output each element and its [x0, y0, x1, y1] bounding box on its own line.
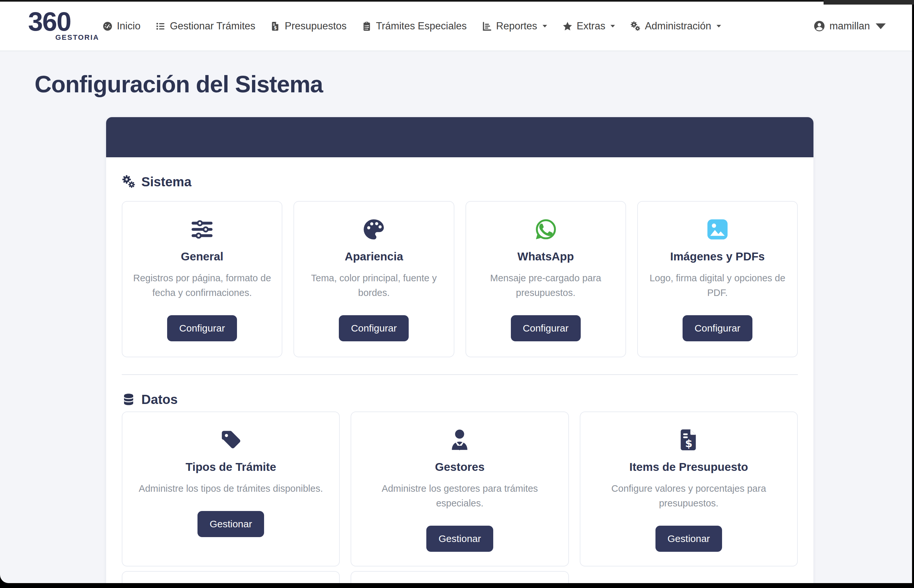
- file-invoice-dollar-icon: $: [677, 428, 701, 452]
- user-name-label: mamillan: [830, 20, 870, 32]
- brand-logo-text: 360: [28, 10, 99, 32]
- nav-item-label: Trámites Especiales: [376, 20, 467, 32]
- nav-item-reportes[interactable]: Reportes: [482, 20, 547, 32]
- card-title: Imágenes y PDFs: [670, 250, 765, 263]
- nav-item-gestionar-tramites[interactable]: Gestionar Trámites: [155, 20, 255, 32]
- palette-icon: [362, 217, 386, 241]
- card-partial: [122, 571, 340, 583]
- gestionar-button[interactable]: Gestionar: [426, 526, 493, 552]
- nav-item-presupuestos[interactable]: $Presupuestos: [270, 20, 347, 32]
- configurar-button[interactable]: Configurar: [511, 315, 581, 341]
- svg-text:$: $: [274, 25, 277, 30]
- star-icon: [563, 21, 573, 31]
- caret-down-icon: [610, 24, 615, 28]
- image-icon: [705, 217, 730, 241]
- nav-item-label: Gestionar Trámites: [170, 20, 255, 32]
- config-panel: SistemaGeneralRegistros por página, form…: [106, 117, 814, 583]
- card-grid-datos: Tipos de TrámiteAdministre los tipos de …: [122, 412, 798, 567]
- nav-item-tramites-especiales[interactable]: Trámites Especiales: [362, 20, 467, 32]
- card-grid-sistema: GeneralRegistros por página, formato de …: [122, 201, 798, 357]
- card-description: Tema, color principal, fuente y bordes.: [303, 271, 445, 300]
- card-title: Tipos de Trámite: [185, 460, 276, 473]
- brand-logo[interactable]: 360 GESTORIA: [28, 10, 99, 42]
- main-nav: InicioGestionar Trámites$PresupuestosTrá…: [102, 20, 721, 32]
- configurar-button[interactable]: Configurar: [167, 315, 237, 341]
- nav-item-inicio[interactable]: Inicio: [102, 20, 140, 32]
- card-gestores: GestoresAdministre los gestores para trá…: [351, 412, 569, 567]
- gears-icon: [122, 175, 136, 189]
- nav-item-label: Administración: [645, 20, 711, 32]
- top-edge-bar: [0, 0, 914, 2]
- card-title: Items de Presupuesto: [629, 460, 748, 473]
- card-description: Logo, firma digital y opciones de PDF.: [646, 271, 789, 300]
- section-title-sistema: Sistema: [122, 174, 798, 189]
- section-divider: [122, 374, 798, 375]
- section-title-text: Sistema: [141, 174, 191, 189]
- whatsapp-icon: [534, 217, 558, 241]
- card-partial: [351, 571, 569, 583]
- list-icon: [155, 21, 165, 31]
- user-menu-button[interactable]: mamillan: [814, 20, 886, 32]
- gauge-icon: [102, 21, 113, 31]
- gestionar-button[interactable]: Gestionar: [197, 511, 264, 537]
- card-whatsapp: WhatsAppMensaje pre-cargado para presupu…: [466, 201, 626, 357]
- user-tie-icon: [448, 428, 472, 452]
- nav-item-label: Reportes: [496, 20, 537, 32]
- card-general: GeneralRegistros por página, formato de …: [122, 201, 282, 357]
- user-circle-icon: [814, 20, 825, 32]
- card-title: WhatsApp: [518, 250, 574, 263]
- card-items-de-presupuesto: $Items de PresupuestoConfigure valores y…: [580, 412, 798, 567]
- top-navbar: 360 GESTORIA InicioGestionar Trámites$Pr…: [0, 2, 912, 51]
- panel-body: SistemaGeneralRegistros por página, form…: [106, 157, 814, 583]
- nav-item-label: Presupuestos: [285, 20, 347, 32]
- caret-down-icon: [874, 20, 886, 32]
- card-description: Administre los tipos de trámites disponi…: [139, 481, 323, 496]
- gestionar-button[interactable]: Gestionar: [655, 526, 722, 552]
- database-icon: [122, 393, 136, 406]
- card-title: Gestores: [435, 460, 485, 473]
- page-title: Configuración del Sistema: [35, 71, 877, 98]
- configurar-button[interactable]: Configurar: [683, 315, 752, 341]
- sliders-icon: [190, 217, 214, 241]
- clipboard-icon: [362, 21, 372, 31]
- nav-item-label: Extras: [577, 20, 605, 32]
- card-imagenes-y-pdfs: Imágenes y PDFsLogo, firma digital y opc…: [637, 201, 798, 357]
- top-right-edge-bar: [823, 0, 914, 5]
- section-title-datos: Datos: [122, 392, 798, 407]
- panel-header-bar: [106, 117, 814, 157]
- card-description: Mensaje pre-cargado para presupuestos.: [475, 271, 617, 300]
- nav-item-administracion[interactable]: Administración: [630, 20, 721, 32]
- card-description: Configure valores y porcentajes para pre…: [589, 481, 789, 510]
- main-content: Configuración del Sistema SistemaGeneral…: [0, 71, 912, 583]
- section-title-text: Datos: [141, 392, 178, 407]
- card-grid-partial-row: [122, 571, 798, 583]
- brand-logo-subtext: GESTORIA: [55, 33, 99, 42]
- user-menu: mamillan: [814, 20, 886, 32]
- file-invoice-dollar-icon: $: [270, 21, 280, 31]
- nav-item-extras[interactable]: Extras: [563, 20, 616, 32]
- tag-icon: [219, 428, 243, 452]
- gears-icon: [630, 21, 641, 31]
- nav-item-label: Inicio: [117, 20, 140, 32]
- caret-down-icon: [542, 24, 547, 28]
- card-apariencia: AparienciaTema, color principal, fuente …: [293, 201, 454, 357]
- configurar-button[interactable]: Configurar: [339, 315, 409, 341]
- card-title: General: [181, 250, 223, 263]
- svg-text:$: $: [685, 437, 693, 450]
- caret-down-icon: [715, 24, 721, 28]
- app-window: 360 GESTORIA InicioGestionar Trámites$Pr…: [0, 0, 912, 583]
- card-description: Registros por página, formato de fecha y…: [131, 271, 273, 300]
- card-title: Apariencia: [345, 250, 403, 263]
- card-tipos-de-tramite: Tipos de TrámiteAdministre los tipos de …: [122, 412, 340, 567]
- bar-chart-icon: [482, 21, 492, 31]
- card-description: Administre los gestores para trámites es…: [360, 481, 560, 510]
